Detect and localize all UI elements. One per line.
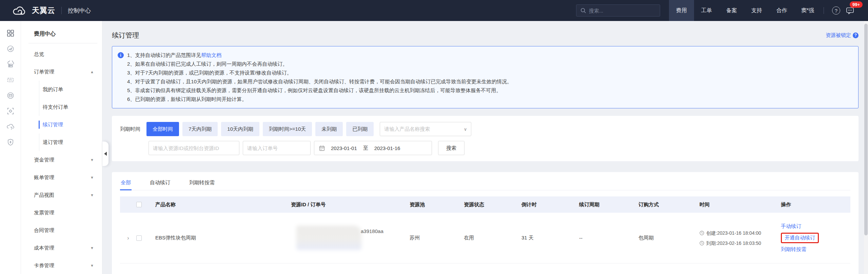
- notice-line-3: 3、对于7天内到期的资源，或已到期的资源，不支持设置/修改自动续订。: [127, 68, 512, 77]
- cloud-transfer-icon[interactable]: [6, 123, 15, 131]
- sidebar-item-coupon-management[interactable]: 卡券管理▼: [21, 257, 102, 274]
- sidebar-item-pending-payment[interactable]: 待支付订单: [21, 98, 102, 116]
- chevron-down-icon: ▼: [90, 175, 94, 180]
- expire-to-ondemand-link[interactable]: 到期转按需: [781, 246, 806, 253]
- row-checkbox[interactable]: [136, 235, 142, 241]
- order-number-input[interactable]: [243, 141, 311, 155]
- tab-auto-renew[interactable]: 自动续订: [149, 177, 171, 190]
- nav-item-tickets[interactable]: 工单: [694, 0, 719, 21]
- sidebar-item-invoice-management[interactable]: 发票管理: [21, 204, 102, 222]
- calendar-icon: [319, 145, 325, 151]
- cell-renew-cycle: --: [579, 235, 638, 241]
- ecs-compute-icon[interactable]: [6, 45, 15, 53]
- table-tabs: 全部 自动续订 到期转按需: [120, 172, 850, 190]
- cell-product: EBS弹性块包周期: [155, 235, 291, 241]
- billing-sidebar: 费用中心 总览 订单管理▲ 我的订单 待支付订单 续订管理 退订管理 资金管理▼…: [21, 21, 102, 274]
- product-name-select[interactable]: 请输入产品名称搜索 ∨: [380, 122, 471, 136]
- cell-resource-id: a39180aa: [291, 225, 410, 251]
- nav-item-icp[interactable]: 备案: [719, 0, 744, 21]
- cell-time: 创建:2023-01-16 18:04:00 到期:2023-02-16 18:…: [699, 229, 781, 247]
- search-icon: [580, 8, 586, 14]
- nav-item-cooperation[interactable]: 合作: [769, 0, 794, 21]
- date-from-value[interactable]: 2023-01-01: [331, 145, 357, 151]
- svg-text:VPC: VPC: [8, 79, 13, 81]
- cell-order-mode: 包周期: [638, 235, 699, 241]
- topbar-search[interactable]: [576, 4, 660, 17]
- col-time: 时间: [699, 202, 781, 208]
- search-input[interactable]: [589, 8, 656, 14]
- date-to-value[interactable]: 2023-01-16: [374, 145, 400, 151]
- question-mark-icon[interactable]: ?: [853, 33, 859, 38]
- filter-chip-7days[interactable]: 7天内到期: [182, 122, 218, 136]
- console-center-label[interactable]: 控制中心: [68, 7, 91, 15]
- sidebar-item-cost-management[interactable]: 成本管理▼: [21, 239, 102, 257]
- info-icon: i: [118, 52, 124, 58]
- page-title: 续订管理: [112, 31, 139, 40]
- filter-chip-gte-10days[interactable]: 到期时间>=10天: [263, 122, 312, 136]
- search-button[interactable]: 搜索: [438, 141, 465, 155]
- sidebar-item-renewal-management[interactable]: 续订管理: [21, 116, 102, 133]
- brand[interactable]: 天翼云: [12, 5, 55, 16]
- help-icon[interactable]: ?: [832, 6, 840, 15]
- sidebar-item-overview[interactable]: 总览: [21, 45, 102, 63]
- col-order-mode: 订购方式: [638, 202, 699, 208]
- chevron-down-icon: ∨: [464, 127, 467, 132]
- expire-time: 到期:2023-02-16 18:03:50: [706, 239, 761, 247]
- date-range-picker[interactable]: 2023-01-01 至 2023-01-16: [314, 141, 432, 155]
- notification-badge: 99+: [850, 1, 863, 8]
- focus-resource-icon[interactable]: [6, 107, 15, 115]
- filter-chip-10days[interactable]: 10天内到期: [221, 122, 259, 136]
- col-resource-pool: 资源池: [410, 202, 464, 208]
- sidebar-item-unsubscribe-management[interactable]: 退订管理: [21, 133, 102, 151]
- notice-line-2: 2、如果在自动续订前已完成人工续订，则同一周期内不会再自动续订。: [127, 60, 512, 68]
- tab-expire-to-ondemand[interactable]: 到期转按需: [189, 177, 215, 190]
- table-header-row: 产品名称 资源ID / 订单号 资源池 资源状态 倒计时 续订周期 订购方式 时…: [120, 196, 850, 213]
- enable-auto-renew-link[interactable]: 开通自动续订: [785, 235, 815, 240]
- cell-countdown: 31 天: [521, 235, 579, 241]
- col-product-name: 产品名称: [155, 202, 291, 208]
- vpc-network-icon[interactable]: VPC: [6, 76, 15, 84]
- locked-resources-link[interactable]: 资源被锁定 ?: [826, 32, 859, 39]
- sidebar-item-my-orders[interactable]: 我的订单: [21, 81, 102, 98]
- expire-time-label: 到期时间: [120, 126, 140, 132]
- notice-line-4: 4、对于设置了自动续订，且10天内到期的资源，如果用户尝试修改自动续订周期、关闭…: [127, 77, 512, 86]
- chevron-left-icon: [104, 152, 107, 156]
- select-all-checkbox[interactable]: [136, 202, 142, 207]
- security-shield-icon[interactable]: [6, 138, 15, 146]
- sidebar-collapse-handle[interactable]: [102, 142, 108, 166]
- chevron-down-icon: ▼: [90, 264, 94, 268]
- col-actions: 操作: [781, 202, 850, 208]
- filter-chip-expired[interactable]: 已到期: [346, 122, 374, 136]
- chevron-down-icon: ▼: [90, 246, 94, 250]
- console-window-icon[interactable]: [6, 91, 15, 100]
- tab-all[interactable]: 全部: [120, 177, 132, 190]
- sidebar-item-product-view[interactable]: 产品视图▼: [21, 186, 102, 204]
- col-resource-id: 资源ID / 订单号: [291, 202, 410, 208]
- sidebar-item-contract-management[interactable]: 合同管理: [21, 222, 102, 239]
- row-expand-chevron-icon[interactable]: ›: [120, 235, 136, 241]
- notice-line-6: 6、已到期的资源，新续订周期从到期时间开始计算。: [127, 95, 512, 104]
- filter-panel: 到期时间 全部时间 7天内到期 10天内到期 到期时间>=10天 未到期 已到期…: [112, 116, 859, 161]
- cloud-server-icon[interactable]: [6, 60, 15, 68]
- nav-item-billing[interactable]: 费用: [669, 0, 694, 21]
- notifications-button[interactable]: 99+: [846, 6, 854, 15]
- highlight-box: 开通自动续订: [781, 233, 819, 243]
- table-row: › EBS弹性块包周期 a39180aa 苏州 在用 31 天 -- 包周期: [120, 213, 850, 264]
- vertical-scrollbar-thumb[interactable]: [864, 24, 868, 235]
- sidebar-item-order-management[interactable]: 订单管理▲: [21, 63, 102, 81]
- renewal-table-panel: 全部 自动续订 到期转按需 产品名称 资源ID / 订单号 资源池 资源状态 倒…: [112, 172, 859, 274]
- help-doc-link[interactable]: 帮助文档: [201, 52, 221, 58]
- filter-chip-not-expired[interactable]: 未到期: [315, 122, 343, 136]
- redacted-resource-id: [296, 226, 361, 250]
- cell-pool: 苏州: [410, 235, 464, 241]
- renewal-notice-box: i 1、支持自动续订的产品范围详见帮助文档 2、如果在自动续订前已完成人工续订，…: [112, 46, 859, 108]
- product-icon-rail: VPC: [0, 21, 21, 274]
- dashboard-grid-icon[interactable]: [6, 29, 15, 37]
- filter-chip-all-time[interactable]: 全部时间: [146, 122, 179, 136]
- manual-renew-link[interactable]: 手动续订: [781, 223, 801, 230]
- resource-id-input[interactable]: [149, 141, 239, 155]
- nav-item-support[interactable]: 支持: [744, 0, 769, 21]
- sidebar-item-funds-management[interactable]: 资金管理▼: [21, 151, 102, 169]
- username[interactable]: 窦*强: [794, 7, 821, 14]
- sidebar-item-bill-management[interactable]: 账单管理▼: [21, 169, 102, 186]
